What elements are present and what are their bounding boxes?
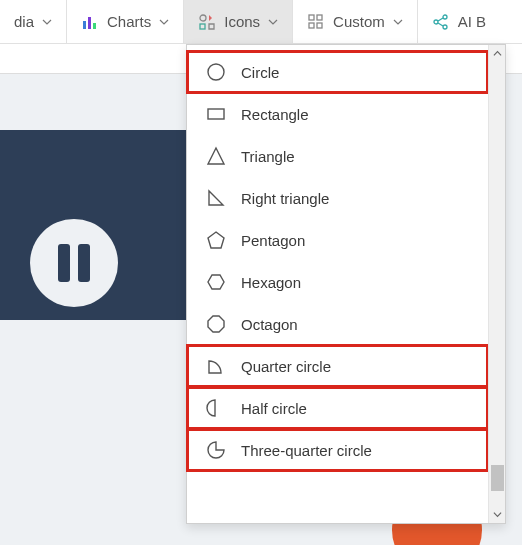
svg-rect-1 (88, 17, 91, 29)
chevron-down-icon (42, 17, 52, 27)
rectangle-icon (205, 103, 227, 125)
svg-point-10 (443, 15, 447, 19)
chevron-down-icon (159, 17, 169, 27)
octagon-icon (205, 313, 227, 335)
triangle-icon (205, 145, 227, 167)
menu-item-right-triangle[interactable]: Right triangle (187, 177, 488, 219)
menu-item-label: Hexagon (241, 274, 301, 291)
menu-item-hexagon[interactable]: Hexagon (187, 261, 488, 303)
menu-item-label: Right triangle (241, 190, 329, 207)
toolbar-charts[interactable]: Charts (67, 0, 183, 43)
scroll-down-icon[interactable] (489, 506, 505, 523)
three-quarter-circle-icon (205, 439, 227, 461)
menu-item-three-quarter-circle[interactable]: Three-quarter circle (187, 429, 488, 471)
menu-item-label: Octagon (241, 316, 298, 333)
toolbar-ai-label: AI B (458, 13, 486, 30)
chevron-down-icon (268, 17, 278, 27)
svg-rect-0 (83, 21, 86, 29)
menu-item-pentagon[interactable]: Pentagon (187, 219, 488, 261)
toolbar-icons[interactable]: Icons (184, 0, 292, 43)
menu-item-rectangle[interactable]: Rectangle (187, 93, 488, 135)
menu-item-label: Three-quarter circle (241, 442, 372, 459)
icons-icon (198, 13, 216, 31)
quarter-circle-icon (205, 355, 227, 377)
toolbar-media[interactable]: dia (0, 0, 66, 43)
chevron-down-icon (393, 17, 403, 27)
toolbar-media-label: dia (14, 13, 34, 30)
svg-rect-8 (317, 23, 322, 28)
svg-point-3 (200, 15, 206, 21)
toolbar-charts-label: Charts (107, 13, 151, 30)
toolbar-ai[interactable]: AI B (418, 0, 500, 43)
svg-rect-6 (317, 15, 322, 20)
menu-item-octagon[interactable]: Octagon (187, 303, 488, 345)
svg-line-13 (438, 23, 443, 26)
menu-item-triangle[interactable]: Triangle (187, 135, 488, 177)
menu-item-label: Pentagon (241, 232, 305, 249)
menu-item-circle[interactable]: Circle (187, 51, 488, 93)
menu-item-label: Rectangle (241, 106, 309, 123)
menu-item-half-circle[interactable]: Half circle (187, 387, 488, 429)
pentagon-icon (205, 229, 227, 251)
svg-rect-2 (93, 23, 96, 29)
svg-point-9 (434, 20, 438, 24)
menu-item-label: Quarter circle (241, 358, 331, 375)
ai-icon (432, 13, 450, 31)
svg-rect-5 (309, 15, 314, 20)
menu-item-label: Triangle (241, 148, 295, 165)
custom-icon (307, 13, 325, 31)
toolbar: dia Charts Icons (0, 0, 522, 44)
hexagon-icon (205, 271, 227, 293)
charts-icon (81, 13, 99, 31)
svg-point-11 (443, 25, 447, 29)
menu-item-label: Half circle (241, 400, 307, 417)
menu-item-label: Circle (241, 64, 279, 81)
svg-rect-7 (309, 23, 314, 28)
toolbar-custom[interactable]: Custom (293, 0, 417, 43)
circle-icon (205, 61, 227, 83)
half-circle-icon (205, 397, 227, 419)
svg-rect-15 (208, 109, 224, 119)
icons-dropdown-list: CircleRectangleTriangleRight trianglePen… (187, 45, 488, 523)
svg-point-14 (208, 64, 224, 80)
icons-dropdown: CircleRectangleTriangleRight trianglePen… (186, 44, 506, 524)
scrollbar-thumb[interactable] (491, 465, 504, 491)
scroll-up-icon[interactable] (489, 45, 505, 62)
pause-icon (30, 219, 118, 307)
dropdown-scrollbar[interactable] (488, 45, 505, 523)
toolbar-icons-label: Icons (224, 13, 260, 30)
svg-rect-4 (200, 24, 205, 29)
right-triangle-icon (205, 187, 227, 209)
menu-item-quarter-circle[interactable]: Quarter circle (187, 345, 488, 387)
toolbar-custom-label: Custom (333, 13, 385, 30)
svg-line-12 (438, 18, 443, 21)
